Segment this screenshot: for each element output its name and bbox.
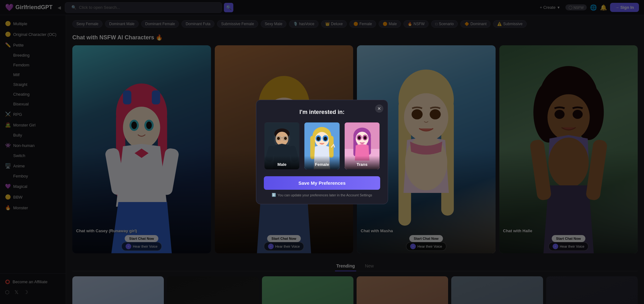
- preferences-note: ℹ️ You can update your preferences later…: [264, 193, 380, 197]
- svg-point-53: [317, 137, 320, 141]
- interest-modal-overlay[interactable]: ✕ I'm interested in:: [0, 0, 644, 304]
- svg-point-64: [364, 136, 366, 139]
- interest-options-grid: Male: [264, 122, 380, 170]
- svg-point-63: [358, 136, 360, 139]
- interest-option-female[interactable]: Female: [304, 122, 340, 170]
- interest-label-female: Female: [304, 156, 339, 169]
- interest-option-trans[interactable]: Trans: [344, 122, 380, 170]
- modal-close-button[interactable]: ✕: [375, 104, 383, 113]
- svg-point-42: [277, 137, 280, 140]
- interest-modal: ✕ I'm interested in:: [256, 100, 388, 205]
- interest-label-trans: Trans: [345, 156, 380, 169]
- svg-point-54: [324, 137, 327, 141]
- interest-label-male: Male: [264, 156, 299, 169]
- svg-point-43: [284, 137, 287, 140]
- save-preferences-button[interactable]: Save My Preferences: [264, 176, 380, 190]
- info-icon: ℹ️: [272, 193, 276, 197]
- svg-rect-48: [310, 136, 315, 159]
- interest-option-male[interactable]: Male: [264, 122, 300, 170]
- svg-rect-49: [329, 136, 334, 158]
- modal-title: I'm interested in:: [264, 109, 380, 115]
